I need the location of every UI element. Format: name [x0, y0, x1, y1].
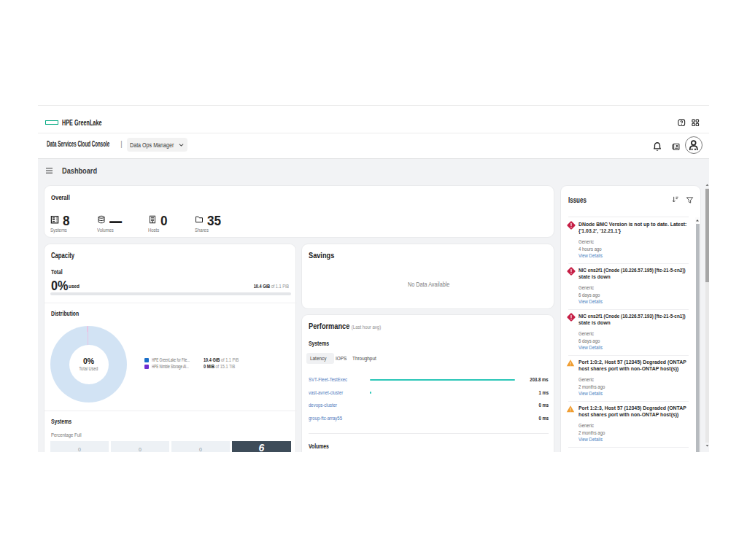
scrollbar-thumb[interactable] — [705, 189, 709, 282]
capacity-progress-bar — [50, 292, 291, 295]
notifications-bell-icon — [652, 141, 662, 152]
release-notes-icon — [671, 142, 681, 152]
view-details-link[interactable]: View Details — [578, 252, 603, 259]
page-scrollbar[interactable] — [705, 182, 709, 452]
performance-subtitle: (Last hour avg) — [352, 324, 381, 330]
issue-timestamp: 2 months ago — [578, 429, 605, 436]
histogram-bar: 0 — [111, 441, 169, 452]
capacity-used-suffix: used — [69, 283, 80, 289]
issue-timestamp: 4 hours ago — [578, 246, 602, 252]
volumes-icon — [97, 215, 106, 224]
whats-new-button[interactable] — [671, 142, 681, 152]
scroll-up-arrow[interactable] — [695, 217, 700, 224]
system-link[interactable]: devops-cluster — [309, 402, 337, 408]
capacity-systems-label: Systems — [51, 418, 71, 425]
scroll-down-arrow[interactable] — [705, 443, 709, 448]
tab-throughput[interactable]: Throughput — [349, 353, 386, 364]
issue-source: Generic — [578, 284, 594, 291]
stat-value: 0 — [160, 214, 168, 228]
view-details-link[interactable]: View Details — [578, 344, 603, 351]
issue-divider — [568, 309, 689, 310]
capacity-divider-2 — [44, 411, 297, 411]
issues-divider — [568, 217, 689, 217]
stat-label: Hosts — [148, 228, 159, 233]
legend-name: HPE GreenLake for File... — [152, 357, 190, 362]
histogram-bar: 0 — [50, 441, 109, 452]
view-details-link[interactable]: View Details — [578, 298, 603, 305]
warning-icon — [568, 360, 576, 368]
issues-panel: Issues DNode BMC Version is not up to da… — [560, 185, 701, 452]
system-link[interactable]: group-ftc-array55 — [309, 415, 342, 421]
scrollbar-thumb[interactable] — [696, 224, 700, 452]
issue-divider — [568, 447, 689, 448]
critical-icon — [568, 268, 576, 276]
system-link[interactable]: SVT-Fleet-TestExec — [309, 376, 347, 383]
issue-item: NIC ens2f1 (Cnode (10.226.57.193) [ftc-2… — [561, 313, 692, 359]
capacity-axis-label: Percentage Full — [51, 432, 82, 438]
performance-row: SVT-Fleet-TestExec 203.8 ms — [309, 376, 549, 384]
filter-funnel-icon — [686, 196, 694, 204]
donut-center-text: 0% Total Used — [50, 357, 127, 371]
performance-card: Performance (Last hour avg) Systems Late… — [301, 314, 554, 452]
performance-card-title: Performance (Last hour avg) — [309, 322, 381, 330]
apps-button[interactable] — [692, 119, 700, 127]
console-separator: | — [120, 139, 123, 148]
page-canvas: HPE GreenLake Data Services Cloud Consol… — [0, 0, 747, 560]
issue-divider — [568, 355, 689, 356]
account-button[interactable] — [685, 136, 703, 154]
page-title: Dashboard — [62, 166, 97, 175]
filter-button[interactable] — [686, 196, 694, 204]
issue-title: Port 1:0:2, Host 57 (12345) Degraded (ON… — [578, 359, 688, 373]
tab-latency[interactable]: Latency — [306, 353, 334, 364]
scroll-up-arrow[interactable] — [705, 182, 709, 188]
hosts-icon — [148, 215, 157, 224]
view-details-link[interactable]: View Details — [578, 390, 603, 397]
stat-systems: 8 Systems — [50, 215, 97, 237]
latency-value: 0 ms — [538, 402, 549, 408]
help-button[interactable] — [678, 119, 686, 127]
issue-source: Generic — [578, 422, 594, 429]
app-switcher-value: Data Ops Manager — [130, 141, 174, 149]
user-avatar-icon — [686, 137, 702, 153]
legend-value: 0 MiB of 15.1 TiB — [204, 364, 235, 369]
savings-card: Savings No Data Available — [301, 244, 554, 309]
view-details-link[interactable]: View Details — [578, 436, 603, 443]
issue-item: NIC ens2f1 (Cnode (10.226.57.195) [ftc-2… — [561, 267, 692, 313]
stat-volumes: — Volumes — [97, 215, 144, 237]
chevron-down-icon — [179, 143, 184, 147]
stat-label: Volumes — [97, 228, 114, 233]
warning-icon — [568, 406, 576, 414]
dashboard-content: Dashboard Overall 8 Systems — Volumes — [38, 159, 709, 452]
critical-icon — [568, 314, 576, 322]
issue-divider — [568, 401, 689, 402]
issue-title: NIC ens2f1 (Cnode (10.226.57.195) [ftc-2… — [578, 267, 688, 281]
stat-value: 8 — [63, 214, 70, 228]
stat-label: Shares — [195, 228, 209, 233]
legend-swatch-purple — [144, 365, 149, 369]
notifications-button[interactable] — [652, 141, 662, 152]
savings-empty-text: No Data Available — [302, 281, 555, 288]
system-link[interactable]: vast-avnet-cluster — [309, 389, 343, 396]
legend-value: 10.4 GiB of 1.1 PiB — [204, 357, 239, 362]
stat-value: 35 — [207, 214, 221, 228]
app-bar: Data Services Cloud Console | Data Ops M… — [38, 133, 709, 159]
savings-card-title: Savings — [309, 251, 334, 260]
performance-row: group-ftc-array55 0 ms — [309, 415, 549, 422]
capacity-donut-chart: 0% Total Used — [50, 326, 127, 402]
issues-scrollbar[interactable] — [695, 217, 700, 452]
issue-title: DNode BMC Version is not up to date. Lat… — [578, 221, 688, 235]
latency-bar — [370, 392, 371, 394]
app-switcher-dropdown[interactable]: Data Ops Manager — [127, 138, 187, 152]
capacity-percent-used: 0% — [51, 279, 68, 294]
donut-percent: 0% — [50, 357, 127, 365]
capacity-total-label: Total — [51, 268, 63, 276]
capacity-card: Capacity Total 0% used 10.4 GiB of 1.1 P… — [44, 244, 296, 452]
menu-button[interactable] — [46, 168, 53, 174]
hpe-element-logo — [45, 120, 58, 125]
console-title: Data Services Cloud Console — [47, 140, 109, 148]
apps-grid-icon — [692, 119, 700, 127]
capacity-divider — [44, 303, 297, 303]
sort-button[interactable] — [671, 195, 679, 203]
overall-card: Overall 8 Systems — Volumes 0 — [44, 185, 554, 238]
legend-name: HPE Nimble Storage Al... — [152, 364, 189, 369]
